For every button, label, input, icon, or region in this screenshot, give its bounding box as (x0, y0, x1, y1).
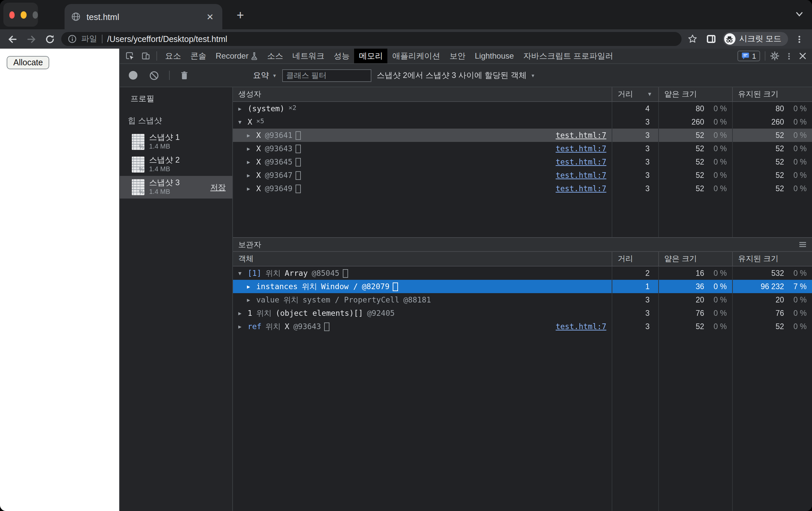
tab-Lighthouse[interactable]: Lighthouse (470, 49, 519, 63)
heap-grid-row[interactable]: ▼ X×5 3 2600 % 2600 % (233, 115, 812, 129)
tab-메모리[interactable]: 메모리 (354, 49, 388, 63)
zoom-window-button[interactable] (32, 11, 38, 18)
heap-grid-row[interactable]: ▶ X@93647 test.html:7 3 520 % 520 % (233, 168, 812, 182)
side-panel-icon[interactable] (704, 32, 719, 46)
close-window-button[interactable] (9, 11, 15, 18)
col-shallow-size[interactable]: 얕은 크기 (658, 87, 732, 101)
snapshot-item[interactable]: 스냅샷 2 1.4 MB (120, 153, 232, 176)
retained-size-value: 96 232 (761, 283, 784, 291)
snapshot-scope-select[interactable]: 스냅샷 2에서 스냅샷 3 사이에 할당된 객체 ▼ (377, 70, 535, 81)
address-bar[interactable]: 파일 /Users/yceffort/Desktop/test.html (61, 32, 681, 46)
allocate-button[interactable]: Allocate (7, 56, 50, 69)
source-link[interactable]: test.html:7 (556, 184, 612, 193)
heap-grid-row[interactable]: ▶ (system)×2 4 800 % 800 % (233, 102, 812, 115)
tab-소스[interactable]: 소스 (263, 49, 288, 63)
expand-arrow-icon[interactable]: ▶ (247, 132, 253, 138)
col-shallow-size[interactable]: 얕은 크기 (658, 252, 732, 266)
shallow-size-value: 80 (696, 105, 704, 113)
shallow-size-percent: 0 % (704, 158, 727, 166)
retained-size-percent: 0 % (784, 171, 807, 179)
tab-애플리케이션[interactable]: 애플리케이션 (388, 49, 445, 63)
col-distance[interactable]: 거리 (612, 252, 658, 266)
clear-profiles-icon[interactable] (146, 64, 162, 87)
col-object[interactable]: 객체 (233, 252, 612, 266)
device-toolbar-icon[interactable] (139, 49, 153, 63)
heap-grid-row[interactable]: ▶ X@93641 test.html:7 3 520 % 520 % (233, 129, 812, 142)
inspect-element-icon[interactable] (122, 49, 137, 63)
heap-grid-row[interactable]: ▶ ref위치X@93643 test.html:7 3 520 % 520 % (233, 320, 812, 333)
col-retained-size[interactable]: 유지된 크기 (732, 87, 812, 101)
tab-close-icon[interactable]: ✕ (204, 12, 216, 22)
constructors-empty-space (233, 195, 812, 237)
expand-arrow-icon[interactable]: ▼ (238, 119, 244, 125)
col-retained-size[interactable]: 유지된 크기 (732, 252, 812, 266)
row-label: 1위치(object elements)[]@92405 (248, 308, 395, 318)
row-label: (system)×2 (248, 104, 296, 113)
heap-grid-row[interactable]: ▶ X@93645 test.html:7 3 520 % 520 % (233, 155, 812, 168)
tab-자바스크립트 프로파일러[interactable]: 자바스크립트 프로파일러 (519, 49, 618, 63)
incognito-icon (724, 33, 735, 45)
tab-Recorder[interactable]: Recorder (211, 49, 263, 63)
info-icon[interactable] (68, 35, 77, 43)
browser-tab[interactable]: test.html ✕ (64, 4, 222, 29)
tab-요소[interactable]: 요소 (161, 49, 186, 63)
class-filter-input[interactable] (282, 69, 371, 82)
delete-snapshot-trash-icon[interactable] (177, 64, 192, 87)
expand-arrow-icon[interactable]: ▶ (247, 159, 253, 165)
snapshot-item[interactable]: 스냅샷 3 1.4 MB 저장 (120, 176, 232, 198)
save-snapshot-link[interactable]: 저장 (210, 182, 232, 192)
source-link[interactable]: test.html:7 (556, 131, 612, 140)
col-constructor[interactable]: 생성자 (233, 87, 612, 101)
record-heap-snapshot-icon[interactable] (125, 64, 141, 87)
heap-grid-row[interactable]: ▶ instances위치Window /@82079 1 360 % 96 2… (233, 280, 812, 293)
devtools-close-icon[interactable] (796, 49, 809, 63)
expand-arrow-icon[interactable]: ▶ (247, 297, 253, 303)
heap-grid-row[interactable]: ▶ X@93649 test.html:7 3 520 % 520 % (233, 182, 812, 195)
back-button[interactable] (5, 32, 20, 46)
new-tab-button[interactable]: + (232, 7, 249, 24)
issues-badge[interactable]: 1 (737, 51, 760, 61)
reload-button[interactable] (42, 32, 57, 46)
source-link[interactable]: test.html:7 (556, 170, 612, 180)
minimize-window-button[interactable] (21, 11, 27, 18)
expand-arrow-icon[interactable]: ▶ (247, 186, 253, 192)
tab-성능[interactable]: 성능 (329, 49, 354, 63)
heap-grid-row[interactable]: ▶ value위치system / PropertyCell@88181 3 2… (233, 293, 812, 306)
heap-grid-row[interactable]: ▶ X@93643 test.html:7 3 520 % 520 % (233, 142, 812, 155)
source-link[interactable]: test.html:7 (556, 322, 612, 331)
col-distance[interactable]: 거리▼ (612, 87, 658, 101)
snapshot-item[interactable]: 스냅샷 1 1.4 MB (120, 131, 232, 153)
expand-arrow-icon[interactable]: ▶ (238, 323, 244, 329)
browser-window: test.html ✕ + 파일 /Users/yceffort/Desktop… (0, 0, 812, 511)
retained-size-value: 52 (775, 185, 784, 192)
expand-arrow-icon[interactable]: ▶ (247, 284, 253, 290)
source-link[interactable]: test.html:7 (556, 157, 612, 166)
row-label: X@93645 (256, 157, 292, 166)
source-link[interactable]: test.html:7 (556, 144, 612, 153)
content-area: Allocate 요소 콘솔 Recorder 소스 네트워크 (0, 49, 812, 511)
chevron-down-icon[interactable] (795, 9, 804, 19)
expand-arrow-icon[interactable]: ▶ (247, 172, 253, 178)
incognito-badge[interactable]: 시크릿 모드 (723, 32, 788, 46)
expand-arrow-icon[interactable]: ▶ (247, 145, 253, 152)
tab-보안[interactable]: 보안 (445, 49, 470, 63)
shallow-size-percent: 0 % (704, 131, 727, 139)
url-text: /Users/yceffort/Desktop/test.html (107, 34, 674, 44)
shallow-size-value: 52 (696, 144, 704, 153)
devtools-menu-kebab-icon[interactable] (782, 49, 796, 63)
tab-콘솔[interactable]: 콘솔 (186, 49, 211, 63)
browser-tabstrip: test.html ✕ + (0, 0, 812, 29)
expand-arrow-icon[interactable]: ▶ (238, 310, 244, 316)
heap-grid-row[interactable]: ▼ [1]위치Array@85045 2 160 % 5320 % (233, 267, 812, 280)
browser-menu-kebab-icon[interactable] (792, 32, 807, 46)
settings-gear-icon[interactable] (767, 49, 782, 63)
expand-arrow-icon[interactable]: ▶ (238, 106, 244, 112)
heap-grid-row[interactable]: ▶ 1위치(object elements)[]@92405 3 760 % 7… (233, 306, 812, 320)
forward-button[interactable] (24, 32, 38, 46)
perspective-select[interactable]: 요약 ▼ (253, 70, 277, 81)
bookmark-star-icon[interactable] (685, 32, 700, 46)
retainers-menu-icon[interactable] (799, 241, 807, 248)
expand-arrow-icon[interactable]: ▼ (238, 270, 244, 276)
tab-네트워크[interactable]: 네트워크 (288, 49, 329, 63)
retained-size-value: 76 (775, 309, 784, 317)
